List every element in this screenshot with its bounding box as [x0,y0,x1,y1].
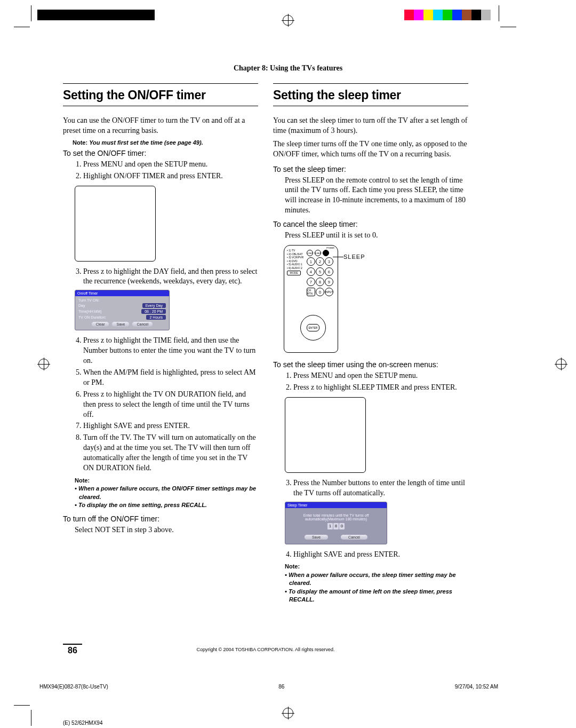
num-key: 2 [316,257,324,266]
day-label: Day [78,304,85,307]
step: Press MENU and open the SETUP menu. [83,160,258,170]
sleep-timer-dialog: Sleep Timer Enter total minutes until th… [285,502,387,544]
subhead-turn-off: To turn off the ON/OFF timer: [63,515,258,523]
heading-onoff-timer: Setting the ON/OFF timer [63,88,258,102]
step: Press z to highlight SLEEP TIMER and pre… [293,383,468,393]
save-button: Save [112,322,129,327]
num-key: 8 [316,278,324,286]
crop-mark [31,5,31,21]
swatch [433,10,443,20]
black-block [37,10,155,20]
num-key: 4 [307,267,315,276]
num-key: 5 [316,267,324,276]
note-bullet: • To display the amount of time left on … [285,588,468,604]
step: Press z to highlight the DAY field, and … [83,267,258,287]
dialog-title: Sleep Timer [285,502,387,508]
num-key: 6 [325,267,333,276]
mode-button: MODE [287,271,301,275]
num-key: 3 [325,257,333,266]
registration-mark-icon [38,359,49,369]
swatch [471,10,481,20]
step: Press MENU and open the SETUP menu. [293,371,468,381]
steps-list: Press MENU and open the SETUP menu. High… [63,160,258,181]
subhead-set-menus: To set the sleep timer using the on-scre… [273,360,468,369]
turn-on-label: Turn TV ON: [78,298,166,302]
file-name: HMX94(E)082-87(8c-UseTV) [39,684,108,690]
steps-list: Press z to highlight the TIME field, and… [63,336,258,473]
enter-button: ENTER [307,324,319,331]
note-label: Note: [75,477,90,484]
registration-mark-icon [556,359,566,369]
swatch [414,10,423,20]
steps-list: Press MENU and open the SETUP menu. Pres… [273,371,468,393]
swatch [443,10,452,20]
step: Highlight SAVE and press ENTER. [83,421,258,431]
note-label: Note: [73,139,87,146]
print-footline: HMX94(E)082-87(8c-UseTV) 86 9/27/04, 10:… [39,684,498,690]
digit: 8 [333,523,339,529]
page-num-2: 86 [278,684,284,690]
left-column: Setting the ON/OFF timer You can use the… [63,83,258,604]
intro-text: You can use the ON/OFF timer to turn the… [63,116,258,136]
duration-value: 2 Hours [146,315,166,320]
registration-mark-icon [283,15,293,26]
step: Turn off the TV. The TV will turn on aut… [83,433,258,473]
page-footer: 86 Copyright © 2004 TOSHIBA CORPORATION.… [63,644,468,655]
digit: 1 [327,523,333,529]
note-bullet: • To display the on time setting, press … [75,501,258,509]
duration-label: TV ON Duration: [78,315,106,319]
num-key: 7 [307,278,315,286]
color-swatches [404,10,491,20]
chrtn-key: CH RTN [307,288,315,296]
steps-list: Press z to highlight the DAY field, and … [63,267,258,287]
day-value: Every Day [142,303,166,308]
light-button-icon: LIGHT [307,250,313,256]
page-number: 86 [63,644,82,655]
sleep-button-icon: SLEEP [315,250,321,256]
cancel-sleep-body: Press SLEEP until it is set to 0. [285,231,468,241]
device-item: • 6) AUDIO 2 [287,266,307,270]
heading-sleep-timer: Setting the sleep timer [273,88,468,102]
dialog-msg: automatically(Maximum 180 minutes) [290,517,382,521]
intro-text: You can set the sleep timer to turn off … [273,116,468,136]
digit: 0 [339,523,345,529]
note-text: You must first set the time (see page 49… [89,139,203,146]
step: Press z to highlight the TIME field, and… [83,336,258,366]
remote-illustration: POWER • 1) TV • 2) CBL/SAT • 3) VCR/PVR … [284,245,390,352]
swatch [481,10,491,20]
crop-mark [31,710,31,726]
subhead-set-sleep: To set the sleep timer: [273,165,468,173]
cancel-button: Cancel [341,535,367,540]
crop-mark [500,27,516,27]
time-label: Time(HH:MM) [78,310,102,313]
swatch [404,10,414,20]
power-button-icon [323,250,329,256]
save-button: Save [305,535,328,540]
power-label: POWER [326,247,334,249]
crop-mark [499,5,499,21]
time-value: 08 : 20 PM [141,309,166,314]
swatch [423,10,433,20]
intro-text: The sleep timer turns off the TV one tim… [273,139,468,160]
crop-mark [14,27,30,27]
onoff-timer-dialog: On/off Timer Turn TV ON: DayEvery Day Ti… [75,290,170,330]
screenshot-placeholder [285,397,366,473]
turn-off-step: Select NOT SET in step 3 above. [75,525,258,535]
num-key: 1 [307,257,315,266]
steps-list: Press the Number buttons to enter the le… [273,478,468,498]
step: Highlight SAVE and press ENTER. [293,550,468,560]
swatch [462,10,471,20]
clear-button: Clear [92,322,109,327]
sleep-callout-label: SLEEP [343,254,365,260]
dialog-title: On/off Timer [75,290,169,296]
registration-mark-icon [283,708,293,718]
num-key: 0 [316,288,324,296]
crop-mark [14,705,30,706]
dpad-icon: ENTER [300,315,326,341]
print-timestamp: 9/27/04, 10:52 AM [455,684,498,690]
num-key: 9 [325,278,333,286]
callout-line [333,257,343,257]
step: Press the Number buttons to enter the le… [293,478,468,498]
dialog-msg: Enter total minutes until the TV turns o… [290,513,382,517]
set-sleep-body: Press SLEEP on the remote control to set… [285,176,468,216]
